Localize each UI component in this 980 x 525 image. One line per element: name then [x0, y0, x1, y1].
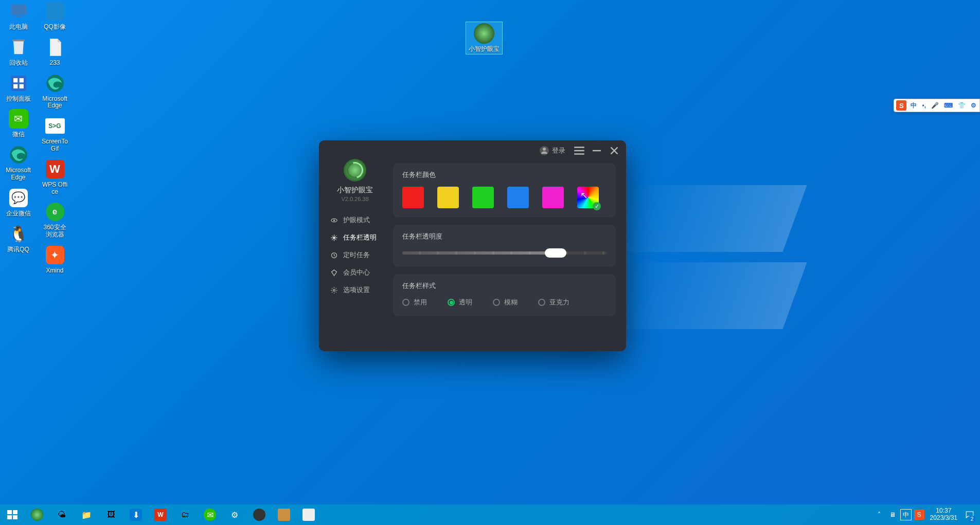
color-swatch[interactable]	[472, 187, 494, 208]
desktop-icon-recycle[interactable]: 回收站	[4, 36, 32, 68]
ime-voice-icon[interactable]: 🎤	[930, 102, 940, 109]
app-logo-icon	[344, 159, 366, 182]
opacity-slider[interactable]	[402, 248, 607, 258]
taskbar-left: 🌤 📁 🖼 ⬇ W 🗂 ✉ ⚙	[0, 504, 321, 525]
taskbar-clock[interactable]: 10:37 2023/3/31	[926, 508, 961, 522]
desktop-icon-wechat[interactable]: ✉微信	[4, 107, 32, 139]
desktop-icon-label: ScreenToGif	[42, 138, 68, 153]
color-swatch[interactable]	[437, 187, 459, 208]
radio-模糊[interactable]: 模糊	[493, 298, 518, 307]
taskbar-app-settings[interactable]: ⚙	[222, 504, 247, 525]
radio-dot	[448, 299, 455, 306]
xmind-icon: ✦	[45, 245, 65, 265]
svg-rect-6	[19, 84, 23, 88]
color-swatches: ↖✓	[402, 187, 607, 208]
nav-settings[interactable]: 选项设置	[319, 281, 391, 299]
nav-vip[interactable]: 会员中心	[319, 264, 391, 281]
ime-lang[interactable]: 中	[910, 101, 918, 110]
minimize-button[interactable]	[590, 144, 603, 157]
xiaozhi-app-window: 登录 小智护眼宝 V2.0.26.38 护眼模式 任务栏透明 定时任务	[319, 140, 626, 351]
desktop-icon-xiaozhi[interactable]: 小智护眼宝	[466, 22, 503, 55]
color-swatch[interactable]	[402, 187, 424, 208]
notification-button[interactable]: 2	[961, 504, 978, 525]
desktop-icon-wecom[interactable]: 💬企业微信	[4, 187, 32, 219]
weather-icon: 🌤	[56, 509, 68, 521]
stg-icon: S>G	[45, 116, 65, 136]
edge-icon	[45, 73, 65, 94]
radio-透明[interactable]: 透明	[448, 298, 472, 307]
wechat-icon: ✉	[204, 509, 216, 521]
tray-lang-button[interactable]: 中	[899, 504, 913, 525]
store-icon: ⬇	[130, 509, 142, 521]
app-name: 小智护眼宝	[337, 186, 373, 195]
ime-keyboard-icon[interactable]: ⌨	[943, 102, 954, 109]
desktop-icon-wps[interactable]: WWPS Office	[41, 158, 69, 197]
color-swatch[interactable]	[542, 187, 564, 208]
taskbar-app-generic1[interactable]	[247, 504, 272, 525]
desktop-icon-label: Microsoft Edge	[42, 96, 68, 110]
desktop-icon-qq[interactable]: 🐧腾讯QQ	[4, 223, 32, 255]
taskbar-app-generic3[interactable]	[296, 504, 321, 525]
radio-dot	[493, 299, 500, 306]
ime-punct[interactable]: •,	[921, 102, 927, 109]
taskbar-app-files[interactable]: 🗂	[173, 504, 198, 525]
taskbar-app-explorer[interactable]: 📁	[74, 504, 99, 525]
card-taskbar-opacity: 任务栏透明度	[393, 225, 616, 267]
ime-settings-icon[interactable]: ⚙	[970, 102, 977, 109]
cursor-icon: ↖	[580, 190, 588, 201]
color-swatch-custom[interactable]: ↖✓	[577, 187, 599, 208]
ime-floating-bar[interactable]: S 中 •, 🎤 ⌨ 👕 ⚙	[894, 99, 980, 112]
desktop-icons: 此电脑回收站控制面板✉微信Microsoft Edge💬企业微信🐧腾讯QQ QQ…	[0, 0, 73, 280]
desktop-icon-edge[interactable]: Microsoft Edge	[4, 143, 32, 183]
desktop-icon-label: QQ影像	[44, 24, 66, 31]
login-button[interactable]: 登录	[537, 145, 568, 156]
desktop-icon-360[interactable]: e360安全浏览器	[41, 201, 69, 240]
radio-亚克力[interactable]: 亚克力	[538, 298, 569, 307]
nav-schedule[interactable]: 定时任务	[319, 246, 391, 264]
svg-rect-5	[13, 84, 17, 88]
desktop-icon-label: Microsoft Edge	[5, 167, 31, 182]
desktop-icon-qqimg[interactable]: QQ影像	[41, 0, 69, 32]
card-title: 任务栏透明度	[402, 232, 607, 241]
taskbar-app-wechat[interactable]: ✉	[198, 504, 222, 525]
start-button[interactable]	[0, 504, 25, 525]
app-icon	[302, 509, 315, 521]
radio-label: 禁用	[414, 298, 427, 307]
nav-taskbar-transparent[interactable]: 任务栏透明	[319, 229, 391, 246]
desktop-icon-label: 小智护眼宝	[469, 46, 500, 53]
radio-label: 透明	[459, 298, 472, 307]
content-area: 任务栏颜色 ↖✓ 任务栏透明度 任务栏样式 禁用透明模糊亚克力	[391, 161, 626, 351]
tray-chevron-up-icon[interactable]: ˄	[872, 504, 886, 525]
color-swatch[interactable]	[507, 187, 529, 208]
ime-skin-icon[interactable]: 👕	[957, 102, 967, 109]
taskbar-app-generic2[interactable]	[272, 504, 296, 525]
tray-lang-label: 中	[900, 509, 912, 520]
slider-thumb[interactable]	[545, 248, 566, 258]
taskbar-app-store[interactable]: ⬇	[123, 504, 148, 525]
desktop-icon-doc[interactable]: 233	[41, 36, 69, 68]
qqimg-icon	[45, 1, 65, 22]
nav-eye-mode[interactable]: 护眼模式	[319, 211, 391, 229]
taskbar-app-xiaozhi[interactable]	[25, 504, 49, 525]
close-button[interactable]	[608, 144, 621, 157]
desktop-icon-stg[interactable]: S>GScreenToGif	[41, 115, 69, 154]
tray-monitor-icon[interactable]: 🖥	[886, 504, 899, 525]
app-icon	[278, 509, 290, 521]
taskbar-app-image[interactable]: 🖼	[99, 504, 123, 525]
desktop-icon-pc[interactable]: 此电脑	[4, 0, 32, 32]
taskbar-app-wps[interactable]: W	[148, 504, 173, 525]
panel-icon	[8, 73, 29, 94]
wps-icon: W	[45, 159, 65, 179]
tray-ime-icon[interactable]: S	[913, 504, 926, 525]
radio-禁用[interactable]: 禁用	[402, 298, 427, 307]
eye-icon	[330, 216, 338, 224]
menu-button[interactable]	[573, 144, 586, 157]
taskbar-app-weather[interactable]: 🌤	[49, 504, 74, 525]
sparkle-icon	[330, 234, 338, 242]
svg-point-11	[333, 219, 335, 221]
desktop-icon-edge[interactable]: Microsoft Edge	[41, 72, 69, 111]
sogou-ime-icon[interactable]: S	[896, 100, 906, 111]
xiaozhi-icon	[474, 23, 494, 44]
desktop-icon-xmind[interactable]: ✦Xmind	[41, 244, 69, 276]
desktop-icon-panel[interactable]: 控制面板	[4, 72, 32, 104]
